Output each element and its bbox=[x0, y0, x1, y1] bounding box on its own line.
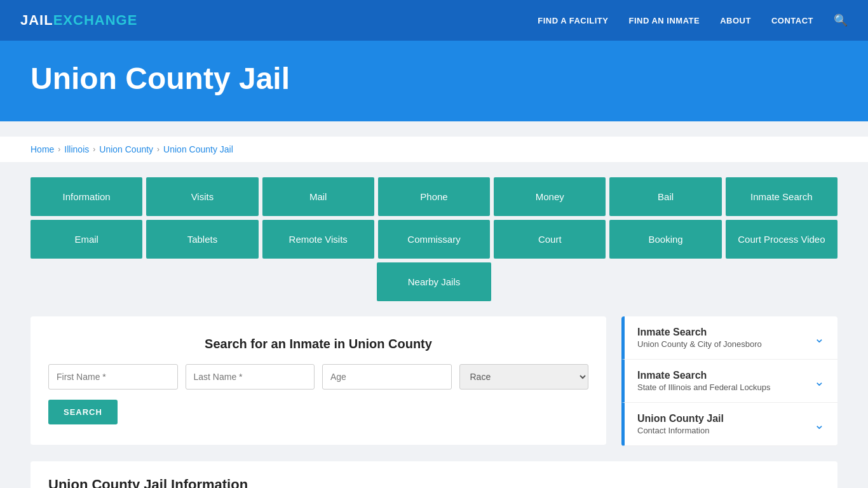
sidebar-item-1[interactable]: Inmate Search Union County & City of Jon… bbox=[621, 316, 837, 360]
sidebar-item-2-content: Inmate Search State of Illinois and Fede… bbox=[637, 370, 771, 392]
breadcrumb-sep-2: › bbox=[93, 145, 95, 154]
logo[interactable]: JAIL EXCHANGE bbox=[20, 12, 137, 29]
search-button[interactable]: SEARCH bbox=[48, 400, 118, 424]
inmate-search-box: Search for an Inmate in Union County Rac… bbox=[31, 316, 606, 445]
sidebar-item-3-subtitle: Contact Information bbox=[637, 426, 724, 435]
sidebar-item-1-subtitle: Union County & City of Jonesboro bbox=[637, 339, 762, 349]
logo-jail: JAIL bbox=[20, 12, 53, 29]
main-content: Home › Illinois › Union County › Union C… bbox=[0, 121, 868, 488]
sidebar: Inmate Search Union County & City of Jon… bbox=[621, 316, 837, 446]
button-grid-row2: Email Tablets Remote Visits Commissary C… bbox=[31, 220, 837, 259]
btn-visits[interactable]: Visits bbox=[146, 177, 258, 216]
navbar: JAIL EXCHANGE FIND A FACILITY FIND AN IN… bbox=[0, 0, 868, 41]
lower-section: Search for an Inmate in Union County Rac… bbox=[31, 316, 837, 446]
btn-court[interactable]: Court bbox=[494, 220, 606, 259]
chevron-down-icon-1: ⌄ bbox=[814, 330, 825, 346]
btn-inmate-search[interactable]: Inmate Search bbox=[726, 177, 837, 216]
button-grid-row3: Nearby Jails bbox=[31, 262, 837, 301]
button-grid-row1: Information Visits Mail Phone Money Bail… bbox=[31, 177, 837, 216]
nav-about-link[interactable]: ABOUT bbox=[720, 16, 751, 25]
sidebar-item-2-subtitle: State of Illinois and Federal Lockups bbox=[637, 383, 771, 392]
btn-commissary[interactable]: Commissary bbox=[378, 220, 490, 259]
btn-email[interactable]: Email bbox=[31, 220, 142, 259]
nav-find-facility-link[interactable]: FIND A FACILITY bbox=[538, 16, 608, 25]
btn-phone[interactable]: Phone bbox=[378, 177, 490, 216]
btn-information[interactable]: Information bbox=[31, 177, 142, 216]
breadcrumb-illinois[interactable]: Illinois bbox=[64, 144, 89, 154]
sidebar-item-3-content: Union County Jail Contact Information bbox=[637, 413, 724, 435]
btn-remote-visits[interactable]: Remote Visits bbox=[262, 220, 374, 259]
page-title: Union County Jail bbox=[31, 61, 837, 96]
breadcrumb: Home › Illinois › Union County › Union C… bbox=[0, 137, 868, 162]
nav-find-inmate-link[interactable]: FIND AN INMATE bbox=[628, 16, 700, 25]
nav-find-facility[interactable]: FIND A FACILITY bbox=[538, 15, 608, 26]
sidebar-item-1-content: Inmate Search Union County & City of Jon… bbox=[637, 327, 762, 349]
first-name-input[interactable] bbox=[48, 364, 178, 390]
breadcrumb-current: Union County Jail bbox=[163, 144, 233, 154]
sidebar-item-2[interactable]: Inmate Search State of Illinois and Fede… bbox=[621, 360, 837, 403]
nav-find-inmate[interactable]: FIND AN INMATE bbox=[628, 15, 700, 26]
btn-booking[interactable]: Booking bbox=[609, 220, 721, 259]
chevron-down-icon-2: ⌄ bbox=[814, 374, 825, 389]
nav-contact-link[interactable]: CONTACT bbox=[771, 16, 813, 25]
breadcrumb-sep-1: › bbox=[58, 145, 60, 154]
race-select[interactable]: Race White Black Hispanic Asian Other bbox=[459, 364, 589, 390]
search-icon[interactable]: 🔍 bbox=[834, 13, 848, 27]
search-fields: Race White Black Hispanic Asian Other bbox=[48, 364, 588, 390]
btn-nearby-jails[interactable]: Nearby Jails bbox=[377, 262, 491, 301]
bottom-title: Union County Jail Information bbox=[48, 477, 820, 488]
btn-mail[interactable]: Mail bbox=[262, 177, 374, 216]
btn-court-process-video[interactable]: Court Process Video bbox=[726, 220, 837, 259]
bottom-section: Union County Jail Information bbox=[31, 461, 837, 488]
sidebar-item-1-title: Inmate Search bbox=[637, 327, 762, 338]
sidebar-item-2-title: Inmate Search bbox=[637, 370, 771, 381]
nav-about[interactable]: ABOUT bbox=[720, 15, 751, 26]
nav-links: FIND A FACILITY FIND AN INMATE ABOUT CON… bbox=[538, 13, 848, 27]
btn-tablets[interactable]: Tablets bbox=[146, 220, 258, 259]
chevron-down-icon-3: ⌄ bbox=[814, 417, 825, 432]
sidebar-item-3[interactable]: Union County Jail Contact Information ⌄ bbox=[621, 403, 837, 446]
btn-bail[interactable]: Bail bbox=[609, 177, 721, 216]
search-title: Search for an Inmate in Union County bbox=[48, 337, 588, 351]
sidebar-item-3-title: Union County Jail bbox=[637, 413, 724, 424]
hero-banner: Union County Jail bbox=[0, 41, 868, 121]
last-name-input[interactable] bbox=[186, 364, 315, 390]
age-input[interactable] bbox=[322, 364, 452, 390]
breadcrumb-sep-3: › bbox=[157, 145, 159, 154]
btn-money[interactable]: Money bbox=[494, 177, 606, 216]
breadcrumb-home[interactable]: Home bbox=[31, 144, 54, 154]
logo-exchange: EXCHANGE bbox=[53, 12, 138, 29]
nav-contact[interactable]: CONTACT bbox=[771, 15, 813, 26]
breadcrumb-union-county[interactable]: Union County bbox=[99, 144, 153, 154]
